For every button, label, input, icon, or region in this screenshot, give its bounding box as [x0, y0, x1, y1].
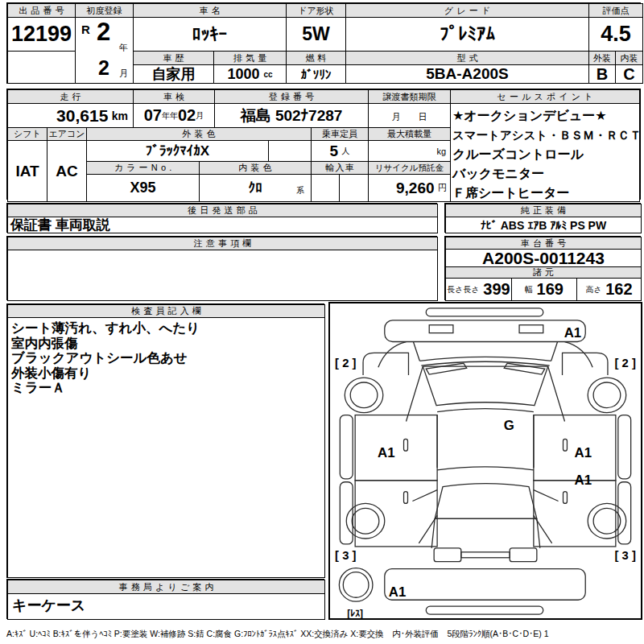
front-bumper	[385, 320, 585, 342]
int-color-suffix: 系	[296, 185, 304, 196]
chassis-box: 車台番号 A200S-0011243 諸元 長さ長さ 399 幅 169 高さ …	[444, 236, 641, 300]
front-door-left	[355, 415, 437, 481]
later-parts-header: 後日発送部品	[7, 204, 438, 217]
shift-value: IAT	[7, 140, 47, 202]
dims-width-label: 幅	[525, 284, 533, 295]
capacity-unit: 人	[342, 146, 350, 157]
later-parts-value: 保証書 車両取説	[7, 217, 438, 233]
sill-rear-left	[340, 482, 353, 544]
mark-rear-tire-left: [ 3 ]	[335, 549, 356, 562]
equipment-header: 純正装備	[445, 204, 642, 217]
dims-length-cell: 長さ長さ 399	[445, 278, 512, 301]
lot-no-value: 12199	[7, 17, 76, 52]
import-header: 輸入車	[311, 161, 369, 175]
caution-box: 注意事項欄	[6, 236, 437, 300]
exterior-grade-header: 外装	[588, 51, 616, 65]
hood-edges	[413, 342, 557, 361]
aircon-value: AC	[47, 140, 87, 202]
int-color-name: ｸﾛ	[249, 180, 262, 196]
interior-grade-value: C	[615, 64, 643, 84]
color-no-value: X95	[86, 174, 200, 202]
first-reg-header: 初度登録	[75, 3, 134, 18]
recycle-value: 9,260 円	[368, 174, 451, 202]
grade-value: ﾌﾟﾚﾐｱﾑ	[345, 17, 589, 52]
exterior-grade-value: B	[588, 64, 616, 84]
equipment-box: 純正装備 ﾅﾋﾞ ABS ｴｱB ｱﾙﾐ PS PW	[444, 203, 641, 233]
sill-front-left	[340, 415, 353, 479]
inspector-note-line: 室内内張傷	[11, 336, 321, 351]
dims-length-label: 長さ	[447, 284, 463, 295]
dims-height-label: 高さ	[585, 284, 601, 295]
rear-bumper	[385, 569, 585, 601]
door-header: ドア形状	[286, 3, 346, 18]
shaken-month: 02	[178, 106, 196, 125]
dims-height-value: 162	[605, 280, 632, 299]
int-color-header: 内装色	[199, 161, 312, 175]
door-handle-front-left	[404, 439, 408, 451]
ext-color-header: 外装色	[86, 127, 312, 141]
sales-point-line: バックモニター	[452, 164, 638, 184]
score-header: 評価点	[588, 3, 643, 18]
first-reg-month-unit: 月	[119, 68, 128, 80]
door-handle-front-right	[564, 439, 568, 451]
transfer-deadline-header: 譲渡書類期限	[368, 89, 451, 104]
first-reg-year: 2	[97, 18, 110, 47]
spec-table: 走行 30,615 km 車検 07年年02月 登録番号 福島 502ﾅ7287…	[6, 89, 641, 200]
car-name-value: ﾛｯｷｰ	[133, 17, 287, 52]
displacement-header: 排気量	[213, 51, 287, 65]
capacity-header: 乗車定員	[311, 127, 369, 141]
dims-header: 諸元	[445, 266, 642, 279]
shift-header: シフト	[7, 127, 47, 141]
roof	[437, 415, 534, 470]
mark-front-door-right: A1	[575, 445, 592, 460]
cowl-arc	[419, 357, 551, 365]
top-table: 出品番号 12199 初度登録 R 2 年 2 月 車名 ﾛｯｷｰ 車歴 自家用…	[6, 2, 641, 84]
car-diagram: A1 [ 2 ] [ 2 ] G A1 A1 A1 [ 3 ] [ 3 ] A1…	[330, 303, 641, 618]
shaken-year-unit2: 年	[170, 110, 178, 122]
rear-window	[435, 484, 537, 519]
import-value-left	[311, 174, 340, 202]
front-body-line-left	[378, 342, 407, 368]
sales-point-line: Ｆ席シートヒーター	[452, 184, 638, 202]
model-code-value: 5BA-A200S	[345, 64, 589, 84]
tailgate-sides	[431, 518, 540, 548]
mileage-unit: km	[112, 109, 128, 122]
rear-door-left	[355, 481, 437, 547]
mileage-value: 30,615 km	[7, 103, 134, 128]
sales-point-line: ★オークションデビュー★	[452, 106, 638, 126]
inspector-notes-body: シート薄汚れ、すれ小、へたり 室内内張傷 ブラックアウトシール色あせ 外装小傷有…	[7, 317, 325, 578]
payload-value: kg	[368, 140, 451, 162]
payload-header: 最大積載量	[368, 127, 451, 141]
inspector-note-line: ミラーＡ	[11, 380, 321, 395]
office-info-value: キーケース	[7, 593, 325, 620]
shaken-year-unit: 年	[162, 110, 170, 122]
wheel-rear-left	[346, 503, 385, 539]
grade-header: グレード	[345, 3, 589, 18]
sales-points-body: ★オークションデビュー★ スマートアシスト・ＢＳＭ・ＲＣＴＡ クルーズコントロー…	[450, 103, 640, 202]
lot-no-header: 出品番号	[7, 3, 76, 18]
reg-no-value: 福島 502ﾅ7287	[214, 103, 369, 128]
shaken-month-unit: 月	[196, 110, 204, 122]
sill-front-right	[618, 415, 631, 479]
mark-rear-door-right: A1	[575, 473, 592, 488]
reg-no-header: 登録番号	[214, 89, 369, 104]
mileage-number: 30,615	[56, 106, 108, 126]
inspector-notes-box: 検査員記入欄 シート薄汚れ、すれ小、へたり 室内内張傷 ブラックアウトシール色あ…	[6, 303, 324, 578]
front-fender-right	[563, 353, 608, 375]
mileage-header: 走行	[7, 89, 134, 104]
inspector-note-line: シート薄汚れ、すれ小、へたり	[11, 320, 321, 336]
mark-front-bumper: A1	[564, 325, 582, 341]
front-fog-left	[429, 325, 453, 333]
front-fog-right	[519, 325, 543, 333]
door-handle-rear-right	[564, 492, 568, 504]
mark-front-tire-left: [ 2 ]	[335, 357, 356, 369]
mark-front-tire-right: [ 2 ]	[615, 357, 636, 369]
first-reg-era: R	[81, 23, 90, 36]
displacement-unit: cc	[263, 70, 272, 79]
caution-value	[7, 250, 438, 301]
car-name-header: 車名	[133, 3, 287, 18]
taillight-left	[434, 548, 461, 562]
wiper-left	[426, 363, 466, 374]
later-parts-box: 後日発送部品 保証書 車両取説	[6, 203, 437, 233]
mark-rear-tire-right: [ 3 ]	[615, 549, 636, 562]
